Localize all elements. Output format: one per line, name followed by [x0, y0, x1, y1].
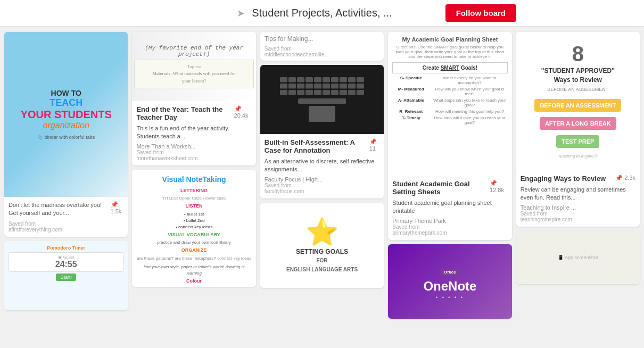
- pin-grid: How to TEACH YOUR STUDENTS organization …: [0, 27, 644, 348]
- card-extra[interactable]: 📱 App screenshot: [516, 231, 640, 284]
- card-end-of-year[interactable]: (My favorite end of the year project!) T…: [132, 32, 255, 165]
- save-count: 📌 11: [369, 138, 379, 152]
- review-break: AFTER A LONG BREAK: [540, 117, 616, 130]
- card-saved: Saved from teachingtoinspire.com: [521, 211, 635, 222]
- card-desc: As an alternative to discrete, self-refl…: [265, 158, 379, 174]
- page-header: ➤ Student Projects, Activities, ... Foll…: [0, 0, 644, 27]
- card-desc: Student academic goal planning sheet pri…: [392, 199, 507, 216]
- tips-title: Tips for Making...: [260, 32, 384, 46]
- card-count: 📌 1.5k: [111, 201, 124, 214]
- card-teach-org[interactable]: How to TEACH YOUR STUDENTS organization …: [4, 32, 128, 237]
- card-onenote[interactable]: Office OneNote • • • • •: [388, 244, 511, 319]
- card-visual-notes[interactable]: Visual NoteTaking LETTERING TITLES: Uppe…: [132, 170, 255, 287]
- card-saved: Saved from afirstforeverything.com: [9, 221, 123, 233]
- save-count: 📌 20.4k: [234, 105, 252, 119]
- card-title: Built-in Self-Assessment: A Case for Ann…: [265, 138, 369, 154]
- card-pomodoro[interactable]: Pomodoro Timer ◉ Guest 24:55 Start!: [4, 241, 128, 310]
- review-before: BEFORE AN ASSESSMENT: [534, 99, 621, 112]
- card-saved: Saved from primarythemepark.com: [392, 224, 507, 236]
- tips-source: Saved from middleschoolteachertolite...: [260, 46, 384, 61]
- card-title: Student Academic Goal Setting Sheets: [392, 180, 490, 196]
- card-source: Teaching to Inspire ...: [521, 204, 635, 211]
- column-2: (My favorite end of the year project!) T…: [132, 32, 255, 287]
- card-desc: Don't let the madness overtake you! Get …: [9, 201, 111, 218]
- send-icon: ➤: [237, 7, 245, 19]
- save-count: 📌 2.3k: [615, 175, 635, 181]
- card-engaging-review[interactable]: 8 "STUDENT APPROVED"Ways to Review BEFOR…: [516, 32, 640, 227]
- card-title: Engaging Ways to Review: [521, 175, 606, 183]
- card-source: Faculty Focus | High...: [265, 176, 379, 183]
- card-saved: Saved from facultyfocus.com: [265, 183, 379, 194]
- page-title: Student Projects, Activities, ...: [252, 7, 392, 19]
- card-tips-header[interactable]: Tips for Making... Saved from middlescho…: [260, 32, 384, 61]
- card-title: End of the Year: Teach the Teacher Day: [136, 105, 234, 121]
- card-desc: Review can be engaging and sometimes eve…: [521, 186, 635, 202]
- column-5: 8 "STUDENT APPROVED"Ways to Review BEFOR…: [516, 32, 640, 284]
- column-3: Tips for Making... Saved from middlescho…: [260, 32, 384, 288]
- column-1: How to TEACH YOUR STUDENTS organization …: [4, 32, 128, 310]
- card-saved: Saved from morethanaworksheet.com: [136, 150, 251, 161]
- follow-board-button[interactable]: Follow board: [445, 4, 516, 22]
- card-self-assessment[interactable]: Built-in Self-Assessment: A Case for Ann…: [260, 65, 384, 198]
- column-4: My Academic Goal Planning Sheet Directio…: [388, 32, 511, 319]
- review-test-prep: TEST PREP: [556, 135, 599, 148]
- star-icon: ⭐: [306, 217, 338, 247]
- card-desc: This is a fun end of the year activity. …: [136, 125, 251, 141]
- card-goals-ela[interactable]: ⭐ SETTING GOALSFORENGLISH LANGUAGE ARTS: [260, 203, 384, 288]
- save-count: 📌 12.8k: [490, 180, 508, 193]
- card-academic-goals[interactable]: My Academic Goal Planning Sheet Directio…: [388, 32, 511, 240]
- card-source: Primary Theme Park: [392, 218, 507, 224]
- card-source: More Than a Worksh...: [136, 143, 251, 150]
